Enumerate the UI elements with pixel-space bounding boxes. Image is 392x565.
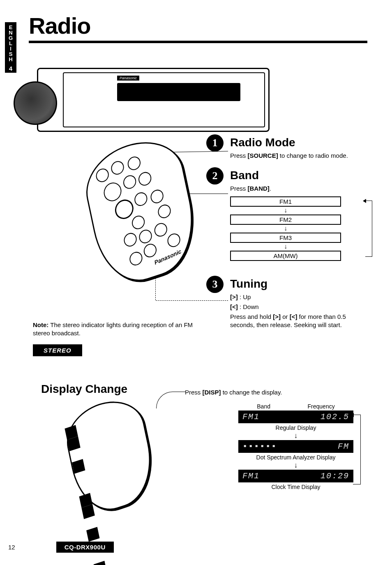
remote-btn-scan [110, 159, 125, 176]
remote-btn-sel [157, 203, 172, 220]
remote-btn-band [122, 173, 137, 190]
page-number: 12 [8, 544, 15, 551]
head-unit-screen [117, 83, 240, 101]
lcd-spectrum-bars: ▪▪▪▪▪▪ [242, 442, 277, 451]
arrow-down-icon: ↓ [230, 207, 341, 214]
head-unit-brand: Panasonic [117, 76, 139, 81]
remote-btn-right [153, 221, 168, 238]
lcd-freq-value: 102.5 [321, 412, 349, 422]
arrow-down-icon: ↓ [230, 243, 341, 250]
display-col-freq: Frequency [308, 403, 335, 410]
remote-btn-left [123, 231, 138, 248]
remote-btn-vol-dn [150, 188, 165, 205]
tuning-up-line: [>] : Up [230, 293, 366, 301]
title-rule [29, 41, 367, 43]
lcd-clock-band: FM1 [242, 471, 260, 481]
stereo-indicator-badge: STEREO [33, 344, 82, 356]
display-change-heading: Display Change [41, 383, 127, 396]
model-badge: CQ-DRX900U [56, 542, 114, 553]
band-box-am: AM(MW) [230, 251, 341, 261]
band-return-arrow [365, 201, 372, 257]
remote-btn-pwr [95, 167, 110, 184]
display-col-band: Band [257, 403, 270, 410]
step-text-band: Press [BAND]. [230, 184, 366, 193]
caption-regular: Regular Display [238, 424, 353, 431]
lcd-spectrum-band: FM [338, 442, 349, 451]
band-cycle-diagram: FM1 ↓ FM2 ↓ FM3 ↓ AM(MW) [230, 196, 366, 261]
step-band: 2 Band Press [BAND]. FM1 ↓ FM2 ↓ FM3 ↓ A… [230, 169, 366, 261]
arrow-down-icon: ↓ [238, 432, 353, 439]
arrow-down-icon: ↓ [238, 461, 353, 469]
band-box-fm2: FM2 [230, 214, 341, 225]
note-text: The stereo indicator lights during recep… [33, 321, 193, 337]
remote-btn-down [143, 242, 158, 259]
remote-btn-mute [127, 155, 142, 172]
stereo-note: Note: The stereo indicator lights during… [33, 321, 210, 356]
caption-clock: Clock Time Display [238, 484, 353, 490]
volume-knob-icon [14, 81, 57, 125]
display-change-instruction: Press [DISP] to change the display. [185, 389, 282, 396]
tuning-seek-text: Press and hold [>] or [<] for more than … [230, 313, 366, 330]
tuning-down-line: [<] : Down [230, 303, 366, 311]
remote-btn-vol-up [137, 170, 152, 187]
language-tab: ENGLISH 4 [5, 22, 16, 73]
step-heading-radio-mode: Radio Mode [230, 136, 366, 149]
step-number-3: 3 [206, 276, 224, 293]
remote-illustration: Panasonic [90, 144, 214, 288]
lcd-regular: FM1 102.5 [238, 410, 353, 423]
remote-btn-up [131, 214, 146, 231]
remote-btn-source [102, 180, 123, 204]
lcd-clock-time: 10:29 [321, 471, 349, 481]
step-heading-band: Band [230, 169, 366, 182]
note-label: Note: [33, 321, 48, 328]
lcd-band-value: FM1 [242, 412, 260, 422]
step-number-2: 2 [206, 167, 224, 184]
remote-btn-rep [133, 191, 148, 208]
remote-btn-dimmer [128, 250, 143, 267]
band-box-fm1: FM1 [230, 196, 341, 207]
remote-btn-prog [138, 228, 153, 245]
step-tuning: 3 Tuning [>] : Up [<] : Down Press and h… [230, 277, 366, 330]
arrow-down-icon: ↓ [230, 225, 341, 232]
language-tab-page: 4 [5, 65, 16, 71]
page-title: Radio [29, 12, 91, 39]
caption-spectrum: Dot Spectrum Analyzer Display [238, 454, 353, 461]
lcd-clock: FM1 10:29 [238, 470, 353, 482]
remote-brand-label: Panasonic [154, 248, 182, 266]
head-unit-face: Panasonic [63, 72, 265, 127]
remote-illustration-small [70, 403, 177, 506]
remote-btn-disp [166, 232, 182, 249]
lcd-spectrum: ▪▪▪▪▪▪ FM [238, 440, 353, 453]
step-heading-tuning: Tuning [230, 277, 366, 291]
display-cycle-diagram: Band Frequency FM1 102.5 Regular Display… [238, 403, 353, 491]
band-box-fm3: FM3 [230, 233, 341, 243]
step-text-radio-mode: Press [SOURCE] to change to radio mode. [230, 152, 366, 160]
remote-btn-center [113, 197, 135, 221]
leader-line-3 [156, 300, 228, 301]
display-return-arrow [353, 415, 361, 484]
head-unit-illustration: Panasonic [37, 68, 270, 132]
step-number-1: 1 [206, 134, 224, 152]
step-radio-mode: 1 Radio Mode Press [SOURCE] to change to… [230, 136, 366, 160]
